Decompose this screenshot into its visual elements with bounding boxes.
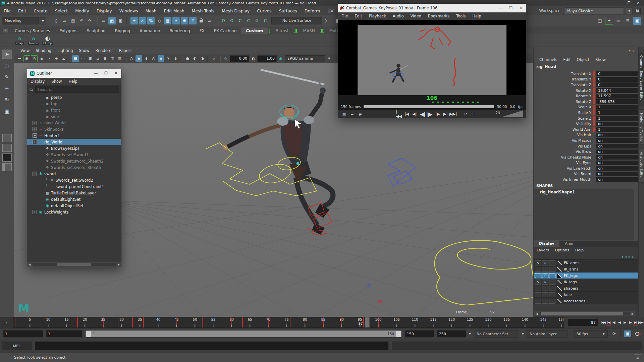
outliner-title-bar[interactable]: M Outliner — ❐ ✕ [27, 69, 121, 78]
player-menu-item[interactable]: Tools [453, 14, 469, 18]
outliner-item[interactable]: └ ∞ sword_parentConstraint1 [27, 183, 121, 190]
menu-item[interactable]: Edit Mesh [160, 8, 188, 13]
layer-name[interactable]: IK_legs [564, 280, 577, 284]
outliner-maximize-button[interactable]: ❐ [101, 69, 111, 77]
view-transform-select[interactable]: sRGB gamma [285, 55, 325, 62]
channel-name[interactable]: Translate X [534, 72, 593, 76]
channel-name[interactable]: Vis Lips [534, 144, 593, 148]
channel-value-field[interactable]: on [596, 172, 639, 176]
channel-name[interactable]: Rotate X [534, 88, 593, 93]
outliner-item[interactable]: + ≈ SkinSocks [27, 126, 121, 132]
channel-value-field[interactable]: on [596, 133, 639, 137]
tool-button[interactable]: + [2, 84, 12, 93]
outliner-menu-item[interactable]: Show [48, 79, 65, 84]
layer-editor-icon[interactable]: ◂ [621, 255, 623, 258]
panel-menu-item[interactable]: Shading [33, 48, 54, 53]
layer-visibility-toggle[interactable] [535, 273, 541, 278]
layer-visibility-toggle[interactable]: V [535, 260, 541, 265]
channel-box-options-icons[interactable]: ✦✧ [628, 49, 636, 53]
node-name[interactable]: Swords_set:sword_Sheath [51, 165, 101, 170]
channel-name[interactable]: Scale Y [534, 111, 593, 115]
player-transport-button[interactable]: ◀ [419, 111, 426, 117]
layer-playback-toggle[interactable] [542, 267, 548, 272]
view-transform-caret-icon[interactable]: ▼ [326, 55, 332, 62]
menu-item[interactable]: Create [30, 8, 51, 13]
node-name[interactable]: top [51, 102, 57, 106]
shelf-tab[interactable]: Sculpting [82, 27, 110, 34]
outliner-menu-item[interactable]: Display [27, 79, 48, 84]
status-icon[interactable] [198, 17, 205, 24]
channel-value-field[interactable]: 1 [596, 105, 639, 110]
player-loop-icon[interactable]: ⊞ [471, 111, 477, 117]
layer-playback-toggle[interactable]: P [542, 260, 548, 265]
status-icon[interactable]: ▱ [61, 17, 68, 24]
status-icon[interactable]: ✺ [181, 17, 188, 24]
workspace-lock-icon[interactable] [635, 8, 641, 14]
status-icon[interactable] [216, 17, 217, 25]
shelf-tab[interactable]: Animation [135, 27, 165, 34]
playback-button[interactable]: ▶▶| [638, 319, 643, 325]
layer-mode-toggle[interactable] [549, 286, 555, 291]
channel-value-field[interactable]: 0 [596, 71, 639, 76]
outliner-item[interactable]: ❖ Swords_set:sword_Sheath [27, 164, 121, 171]
shelf-menu-icon[interactable]: ▾ [3, 28, 8, 33]
status-icon[interactable]: ▤ [69, 17, 77, 24]
scrollbar-thumb[interactable] [57, 263, 91, 266]
layer-editor-menu-item[interactable]: Help [572, 248, 587, 252]
channel-value-field[interactable]: on [596, 166, 639, 171]
channel-name[interactable]: Vis Beard [534, 172, 593, 176]
shelf-tab[interactable]: Rendering [165, 27, 195, 34]
panel-toolbar-icon[interactable]: ▪ [38, 55, 45, 62]
sidebar-toggle-icon[interactable]: ◳ [596, 17, 604, 25]
layer-editor-scrollbar[interactable]: ◀ ▶ [534, 311, 635, 316]
live-surface-field[interactable]: No Live Surface [271, 17, 322, 24]
outliner-item[interactable]: ◼ front [27, 107, 121, 113]
menu-item[interactable]: Mesh Display [218, 8, 253, 13]
dock-side-tab[interactable]: Attribute Editor [639, 148, 644, 183]
expand-toggle-icon[interactable]: └ [45, 185, 48, 188]
auto-keyframe-toggle-icon[interactable] [634, 330, 641, 337]
outliner-item[interactable]: ◼ side [27, 113, 121, 120]
player-menu-item[interactable]: Audio [389, 14, 407, 18]
command-input[interactable] [35, 342, 388, 350]
player-menu-item[interactable]: Help [469, 14, 484, 18]
playback-button[interactable]: ◀| [611, 319, 616, 325]
layer-row[interactable]: accessories [534, 298, 639, 304]
layer-name[interactable]: FK_legs [564, 274, 578, 278]
layout-single-button[interactable] [2, 134, 12, 142]
panel-toolbar-icon[interactable]: ◈ [158, 55, 164, 62]
outliner-item[interactable]: ◼ persp [27, 94, 121, 101]
panel-toolbar-icon[interactable]: ◉ [23, 55, 30, 62]
shelf-item-button[interactable]: ◐ kf_mp [42, 35, 54, 45]
menu-item[interactable]: Mesh [142, 8, 160, 13]
node-name[interactable]: persp [51, 95, 62, 100]
character-set-caret-icon[interactable]: ▼ [522, 333, 524, 336]
selected-object-name[interactable]: rig_Head [536, 64, 556, 69]
shelf-tab[interactable]: FX Caching [209, 27, 241, 34]
player-tool-icon[interactable]: ▦ [341, 111, 347, 117]
panel-menu-item[interactable]: Lighting [54, 48, 76, 53]
anim-layer-select[interactable]: No Anim Layer [527, 330, 568, 338]
menu-item[interactable]: Edit [14, 8, 30, 13]
expand-toggle-icon[interactable]: + [33, 140, 37, 144]
status-icon[interactable]: ▭ [100, 17, 107, 24]
channel-name[interactable]: Rotate Y [534, 94, 593, 98]
panel-toolbar-icon[interactable]: ◑ [199, 55, 206, 62]
script-editor-icon[interactable]: ≣ [634, 354, 641, 361]
layer-mode-toggle[interactable] [549, 260, 555, 265]
player-transport-button[interactable]: ▶| [442, 111, 449, 117]
outliner-scrollbar[interactable]: ◀ ▶ [27, 262, 121, 267]
sidebar-toggle-icon[interactable]: ≔ [614, 17, 623, 25]
menu-set-select[interactable]: Modeling [2, 17, 39, 24]
panel-toolbar-icon[interactable]: ◆ [136, 55, 142, 62]
status-icon[interactable]: + [130, 17, 138, 24]
panel-toolbar-icon[interactable]: ▹ [211, 55, 217, 62]
gamma-icon[interactable]: ◐ [250, 55, 257, 62]
minimize-button[interactable]: – [615, 1, 624, 6]
playback-button[interactable]: ▶| [633, 319, 638, 326]
status-icon[interactable]: ✶ [172, 17, 180, 24]
tool-button[interactable]: ➤ [2, 50, 12, 59]
panel-toolbar-icon[interactable]: ⊞ [102, 55, 108, 62]
fps-select[interactable]: 30 fps ▼ [574, 330, 608, 338]
sidebar-toggle-icon[interactable]: ≣ [624, 17, 632, 25]
